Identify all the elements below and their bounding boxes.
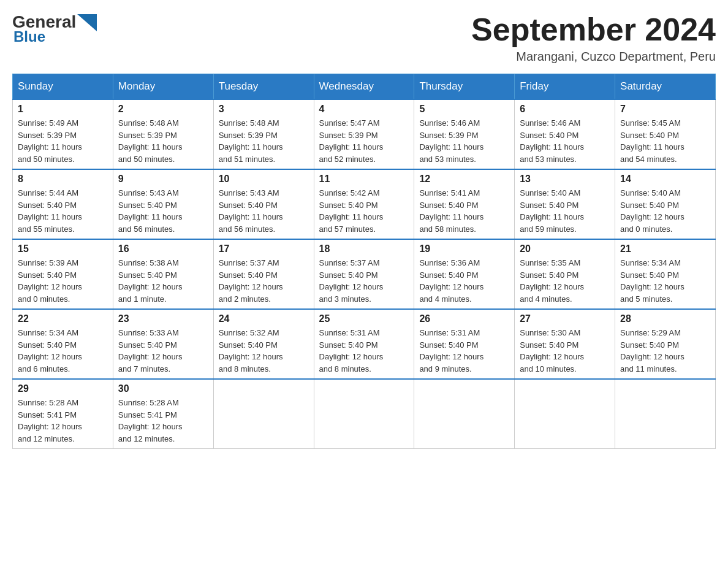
day-number: 30 xyxy=(118,383,208,394)
day-info: Sunrise: 5:40 AMSunset: 5:40 PMDaylight:… xyxy=(520,187,610,235)
day-number: 24 xyxy=(219,313,309,324)
week-row-4: 22Sunrise: 5:34 AMSunset: 5:40 PMDayligh… xyxy=(13,309,716,379)
day-info: Sunrise: 5:35 AMSunset: 5:40 PMDaylight:… xyxy=(520,257,610,305)
table-cell xyxy=(515,379,615,449)
table-cell: 3Sunrise: 5:48 AMSunset: 5:39 PMDaylight… xyxy=(213,99,314,169)
day-number: 29 xyxy=(18,383,108,394)
col-friday: Friday xyxy=(515,74,615,100)
day-number: 13 xyxy=(520,174,610,185)
day-number: 12 xyxy=(419,174,509,185)
table-cell: 14Sunrise: 5:40 AMSunset: 5:40 PMDayligh… xyxy=(615,169,716,239)
day-info: Sunrise: 5:32 AMSunset: 5:40 PMDaylight:… xyxy=(219,327,309,375)
week-row-3: 15Sunrise: 5:39 AMSunset: 5:40 PMDayligh… xyxy=(13,239,716,309)
table-cell: 2Sunrise: 5:48 AMSunset: 5:39 PMDaylight… xyxy=(113,99,213,169)
col-monday: Monday xyxy=(113,74,213,100)
table-cell: 22Sunrise: 5:34 AMSunset: 5:40 PMDayligh… xyxy=(13,309,113,379)
page-header: General Blue September 2024 Marangani, C… xyxy=(12,12,716,64)
day-number: 21 xyxy=(620,243,710,255)
svg-marker-0 xyxy=(77,14,97,31)
day-info: Sunrise: 5:49 AMSunset: 5:39 PMDaylight:… xyxy=(18,117,108,165)
table-cell xyxy=(213,379,314,449)
table-cell: 25Sunrise: 5:31 AMSunset: 5:40 PMDayligh… xyxy=(314,309,414,379)
table-cell xyxy=(314,379,414,449)
day-info: Sunrise: 5:33 AMSunset: 5:40 PMDaylight:… xyxy=(118,327,208,375)
day-info: Sunrise: 5:28 AMSunset: 5:41 PMDaylight:… xyxy=(18,397,108,445)
day-number: 10 xyxy=(219,174,309,185)
day-info: Sunrise: 5:48 AMSunset: 5:39 PMDaylight:… xyxy=(118,117,208,165)
table-cell: 1Sunrise: 5:49 AMSunset: 5:39 PMDaylight… xyxy=(13,99,113,169)
day-info: Sunrise: 5:41 AMSunset: 5:40 PMDaylight:… xyxy=(419,187,509,235)
day-number: 19 xyxy=(419,243,509,255)
table-cell: 19Sunrise: 5:36 AMSunset: 5:40 PMDayligh… xyxy=(414,239,515,309)
day-number: 28 xyxy=(620,313,710,324)
table-cell: 16Sunrise: 5:38 AMSunset: 5:40 PMDayligh… xyxy=(113,239,213,309)
table-cell: 5Sunrise: 5:46 AMSunset: 5:39 PMDaylight… xyxy=(414,99,515,169)
week-row-5: 29Sunrise: 5:28 AMSunset: 5:41 PMDayligh… xyxy=(13,379,716,449)
day-info: Sunrise: 5:38 AMSunset: 5:40 PMDaylight:… xyxy=(118,257,208,305)
day-info: Sunrise: 5:43 AMSunset: 5:40 PMDaylight:… xyxy=(118,187,208,235)
table-cell xyxy=(414,379,515,449)
day-number: 7 xyxy=(620,104,710,115)
day-number: 23 xyxy=(118,313,208,324)
table-cell: 4Sunrise: 5:47 AMSunset: 5:39 PMDaylight… xyxy=(314,99,414,169)
day-number: 16 xyxy=(118,243,208,255)
day-number: 20 xyxy=(520,243,610,255)
day-number: 17 xyxy=(219,243,309,255)
logo-blue-text: Blue xyxy=(13,28,45,45)
col-sunday: Sunday xyxy=(13,74,113,100)
table-cell: 20Sunrise: 5:35 AMSunset: 5:40 PMDayligh… xyxy=(515,239,615,309)
day-info: Sunrise: 5:34 AMSunset: 5:40 PMDaylight:… xyxy=(620,257,710,305)
table-cell: 8Sunrise: 5:44 AMSunset: 5:40 PMDaylight… xyxy=(13,169,113,239)
logo: General Blue xyxy=(12,12,97,45)
title-area: September 2024 Marangani, Cuzco Departme… xyxy=(471,12,716,64)
day-number: 6 xyxy=(520,104,610,115)
day-info: Sunrise: 5:44 AMSunset: 5:40 PMDaylight:… xyxy=(18,187,108,235)
day-number: 1 xyxy=(18,104,108,115)
day-info: Sunrise: 5:31 AMSunset: 5:40 PMDaylight:… xyxy=(319,327,409,375)
day-number: 14 xyxy=(620,174,710,185)
day-number: 18 xyxy=(319,243,409,255)
calendar-table: Sunday Monday Tuesday Wednesday Thursday… xyxy=(12,74,716,449)
calendar-header-row: Sunday Monday Tuesday Wednesday Thursday… xyxy=(13,74,716,100)
table-cell: 10Sunrise: 5:43 AMSunset: 5:40 PMDayligh… xyxy=(213,169,314,239)
table-cell: 26Sunrise: 5:31 AMSunset: 5:40 PMDayligh… xyxy=(414,309,515,379)
table-cell: 28Sunrise: 5:29 AMSunset: 5:40 PMDayligh… xyxy=(615,309,716,379)
day-number: 4 xyxy=(319,104,409,115)
col-saturday: Saturday xyxy=(615,74,716,100)
day-info: Sunrise: 5:40 AMSunset: 5:40 PMDaylight:… xyxy=(620,187,710,235)
table-cell: 13Sunrise: 5:40 AMSunset: 5:40 PMDayligh… xyxy=(515,169,615,239)
day-number: 5 xyxy=(419,104,509,115)
day-number: 8 xyxy=(18,174,108,185)
day-info: Sunrise: 5:31 AMSunset: 5:40 PMDaylight:… xyxy=(419,327,509,375)
day-info: Sunrise: 5:43 AMSunset: 5:40 PMDaylight:… xyxy=(219,187,309,235)
col-thursday: Thursday xyxy=(414,74,515,100)
table-cell: 7Sunrise: 5:45 AMSunset: 5:40 PMDaylight… xyxy=(615,99,716,169)
day-info: Sunrise: 5:46 AMSunset: 5:40 PMDaylight:… xyxy=(520,117,610,165)
table-cell: 17Sunrise: 5:37 AMSunset: 5:40 PMDayligh… xyxy=(213,239,314,309)
table-cell: 24Sunrise: 5:32 AMSunset: 5:40 PMDayligh… xyxy=(213,309,314,379)
logo-arrow-icon xyxy=(77,14,97,31)
month-title: September 2024 xyxy=(471,12,716,47)
day-info: Sunrise: 5:48 AMSunset: 5:39 PMDaylight:… xyxy=(219,117,309,165)
col-tuesday: Tuesday xyxy=(213,74,314,100)
table-cell: 15Sunrise: 5:39 AMSunset: 5:40 PMDayligh… xyxy=(13,239,113,309)
day-info: Sunrise: 5:28 AMSunset: 5:41 PMDaylight:… xyxy=(118,397,208,445)
table-cell: 12Sunrise: 5:41 AMSunset: 5:40 PMDayligh… xyxy=(414,169,515,239)
day-info: Sunrise: 5:30 AMSunset: 5:40 PMDaylight:… xyxy=(520,327,610,375)
day-info: Sunrise: 5:42 AMSunset: 5:40 PMDaylight:… xyxy=(319,187,409,235)
day-info: Sunrise: 5:45 AMSunset: 5:40 PMDaylight:… xyxy=(620,117,710,165)
table-cell: 9Sunrise: 5:43 AMSunset: 5:40 PMDaylight… xyxy=(113,169,213,239)
table-cell: 23Sunrise: 5:33 AMSunset: 5:40 PMDayligh… xyxy=(113,309,213,379)
day-info: Sunrise: 5:37 AMSunset: 5:40 PMDaylight:… xyxy=(219,257,309,305)
week-row-2: 8Sunrise: 5:44 AMSunset: 5:40 PMDaylight… xyxy=(13,169,716,239)
day-number: 26 xyxy=(419,313,509,324)
table-cell: 11Sunrise: 5:42 AMSunset: 5:40 PMDayligh… xyxy=(314,169,414,239)
day-number: 22 xyxy=(18,313,108,324)
table-cell: 30Sunrise: 5:28 AMSunset: 5:41 PMDayligh… xyxy=(113,379,213,449)
table-cell: 29Sunrise: 5:28 AMSunset: 5:41 PMDayligh… xyxy=(13,379,113,449)
day-number: 25 xyxy=(319,313,409,324)
day-number: 3 xyxy=(219,104,309,115)
day-info: Sunrise: 5:39 AMSunset: 5:40 PMDaylight:… xyxy=(18,257,108,305)
location-text: Marangani, Cuzco Department, Peru xyxy=(471,50,716,64)
day-info: Sunrise: 5:29 AMSunset: 5:40 PMDaylight:… xyxy=(620,327,710,375)
